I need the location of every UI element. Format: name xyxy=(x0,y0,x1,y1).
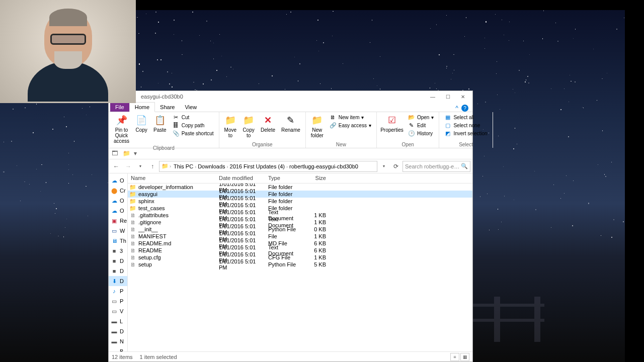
minimize-button[interactable]: — xyxy=(425,92,440,102)
easy-access-button[interactable]: 🔗Easy access ▾ xyxy=(328,121,373,129)
file-size xyxy=(305,186,330,189)
tab-share[interactable]: Share xyxy=(155,103,180,112)
help-icon[interactable]: ? xyxy=(461,105,468,112)
tree-item-label: N xyxy=(120,338,124,344)
up-button[interactable]: ↑ xyxy=(147,161,158,172)
tree-item[interactable]: ⬤Cr xyxy=(109,186,127,196)
col-name-header[interactable]: Name xyxy=(128,173,216,183)
paste-button[interactable]: 📋 Paste xyxy=(151,113,169,134)
tree-item-icon: ☁ xyxy=(111,197,118,204)
breadcrumb-segment[interactable]: Downloads xyxy=(196,163,226,169)
tree-item[interactable]: ▭V xyxy=(109,306,127,316)
move-to-button[interactable]: 📁Move to xyxy=(222,113,238,139)
tree-item[interactable]: ⬇D xyxy=(109,276,127,286)
tree-item[interactable]: ■D xyxy=(109,266,127,276)
easy-access-icon: 🔗 xyxy=(330,122,337,129)
tree-item[interactable]: ☁O xyxy=(109,206,127,216)
address-bar[interactable]: 📁 › This PC›Downloads›2016 First Updates… xyxy=(159,161,377,172)
open-group-label: Open xyxy=(380,141,436,148)
new-folder-button[interactable]: 📁New folder xyxy=(309,113,326,139)
history-button[interactable]: 🕑History xyxy=(406,129,436,137)
window-title: easygui-cbd30b0 xyxy=(111,94,425,100)
recent-dropdown[interactable]: ▾ xyxy=(135,161,146,172)
file-icon: 🗎 xyxy=(130,261,136,267)
ribbon-collapse-icon[interactable]: ^ xyxy=(455,105,458,112)
address-dropdown[interactable]: ▾ xyxy=(378,161,389,172)
invert-selection-button[interactable]: ◩Invert selection xyxy=(442,129,489,137)
file-explorer-window: easygui-cbd30b0 — ☐ ✕ File Home Share Vi… xyxy=(108,90,473,362)
open-button[interactable]: 📂Open ▾ xyxy=(406,113,436,121)
tree-item-label: Cr xyxy=(120,188,126,194)
tree-item-icon: ■ xyxy=(111,257,118,264)
tree-item-icon: ▬ xyxy=(111,338,118,345)
tree-item[interactable]: ☁O xyxy=(109,196,127,206)
forward-button[interactable]: → xyxy=(123,161,134,172)
copy-path-button[interactable]: 🛤Copy path xyxy=(171,121,216,129)
back-button[interactable]: ← xyxy=(111,161,122,172)
select-none-icon: ▢ xyxy=(444,122,451,129)
file-size xyxy=(305,207,330,210)
col-date-header[interactable]: Date modified xyxy=(216,173,265,183)
tree-item[interactable]: ♪P xyxy=(109,286,127,296)
col-size-header[interactable]: Size xyxy=(305,173,330,183)
tree-item[interactable]: ▬L xyxy=(109,316,127,326)
col-type-header[interactable]: Type xyxy=(265,173,305,183)
tree-item-label: V xyxy=(120,308,123,314)
tab-file[interactable]: File xyxy=(110,103,129,112)
breadcrumb-segment[interactable]: robertlugg-easygui-cbd30b0 xyxy=(288,163,360,169)
maximize-button[interactable]: ☐ xyxy=(440,92,455,102)
file-list-body[interactable]: 📁developer_information1/01/2016 5:01 PMF… xyxy=(128,184,472,351)
new-folder-icon: 📁 xyxy=(311,114,323,126)
tree-item[interactable]: ☁O xyxy=(109,175,127,186)
tree-item[interactable]: ▭P xyxy=(109,296,127,306)
tree-item[interactable]: 🖥Th xyxy=(109,236,127,246)
tab-view[interactable]: View xyxy=(180,103,202,112)
address-folder-icon: 📁 xyxy=(162,163,169,169)
tree-item[interactable]: ■3 xyxy=(109,246,127,256)
paste-shortcut-button[interactable]: 📎Paste shortcut xyxy=(171,129,216,137)
close-button[interactable]: ✕ xyxy=(455,92,470,102)
tree-item-icon: ☁ xyxy=(111,177,118,184)
tree-item-icon: ⬤ xyxy=(111,187,118,194)
tree-item[interactable]: ▣Re xyxy=(109,216,127,226)
tree-item-label: D xyxy=(120,268,124,274)
tree-item-icon: ▭ xyxy=(111,227,118,234)
view-details-button[interactable]: ≡ xyxy=(450,353,459,361)
copy-button[interactable]: 📄 Copy xyxy=(133,113,149,134)
qat-explorer-icon[interactable]: 🗔 xyxy=(112,150,120,158)
titlebar[interactable]: easygui-cbd30b0 — ☐ ✕ xyxy=(109,91,472,102)
tree-item-icon: ▭ xyxy=(111,308,118,315)
invert-selection-icon: ◩ xyxy=(444,130,451,137)
qat-folder-icon[interactable]: 📁 xyxy=(123,150,131,158)
edit-button[interactable]: ✎Edit xyxy=(406,121,436,129)
rename-button[interactable]: ✎Rename xyxy=(279,113,302,134)
tree-item[interactable]: ■D xyxy=(109,256,127,266)
tree-item-label: W xyxy=(120,228,125,234)
file-size: 5 KB xyxy=(305,260,330,269)
navbar: ← → ▾ ↑ 📁 › This PC›Downloads›2016 First… xyxy=(109,159,472,173)
delete-button[interactable]: ✕Delete xyxy=(259,113,277,134)
tree-item[interactable]: ▭W xyxy=(109,226,127,236)
qat-dropdown-icon[interactable]: ▾ xyxy=(134,150,142,158)
new-item-button[interactable]: 🗎New item ▾ xyxy=(328,113,373,121)
statusbar: 12 items 1 item selected ≡ ▦ xyxy=(109,351,472,361)
refresh-button[interactable]: ⟳ xyxy=(390,161,401,172)
select-none-button[interactable]: ▢Select none xyxy=(442,121,489,129)
breadcrumb-segment[interactable]: This PC xyxy=(172,163,195,169)
select-all-button[interactable]: ▦Select all xyxy=(442,113,489,121)
cut-button[interactable]: ✂Cut xyxy=(171,113,216,121)
properties-button[interactable]: ☑Properties xyxy=(380,113,404,134)
tree-item[interactable]: ▬D xyxy=(109,326,127,336)
tree-item[interactable]: ▬N xyxy=(109,336,127,346)
tree-item-label: Th xyxy=(120,238,126,244)
delete-icon: ✕ xyxy=(262,114,274,126)
view-large-button[interactable]: ▦ xyxy=(460,353,469,361)
breadcrumb-segment[interactable]: 2016 First Updates (4) xyxy=(228,163,286,169)
pin-quick-access-button[interactable]: 📌 Pin to Quick access xyxy=(112,113,131,145)
file-row[interactable]: 🗎setup1/01/2016 5:01 PMPython File5 KB xyxy=(128,261,472,268)
nav-tree[interactable]: ☁O⬤Cr☁O☁O▣Re▭W🖥Th■3■D■D⬇D♪P▭P▭V▬L▬D▬N▬B▬… xyxy=(109,173,128,351)
tab-home[interactable]: Home xyxy=(129,102,155,112)
tree-item[interactable]: ▬B xyxy=(109,346,127,351)
search-input[interactable]: Search robertlugg-easygui-cb... 🔍 xyxy=(403,161,470,172)
copy-to-button[interactable]: 📁Copy to xyxy=(240,113,257,139)
